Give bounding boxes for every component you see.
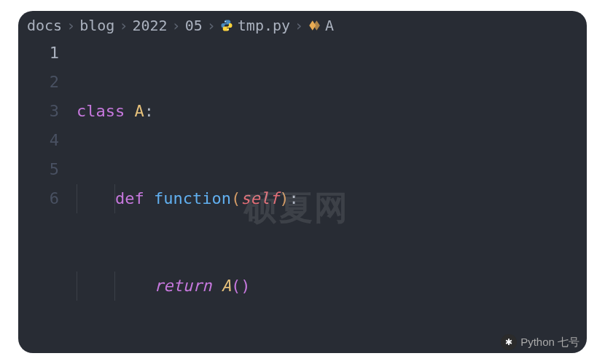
- breadcrumb[interactable]: docs › blog › 2022 › 05 › tmp.py › A: [18, 11, 587, 37]
- punct-token: :: [144, 102, 154, 120]
- line-number: 3: [18, 97, 59, 126]
- line-number-gutter: 1 2 3 4 5 6: [18, 39, 77, 353]
- code-line[interactable]: class A:: [77, 97, 587, 126]
- punct-token: :: [289, 189, 298, 207]
- breadcrumb-segment[interactable]: blog: [79, 17, 114, 34]
- keyword-token: class: [77, 102, 125, 120]
- class-name-token: A: [134, 102, 144, 120]
- paren-token: ): [279, 189, 289, 207]
- paren-token: ): [241, 277, 250, 295]
- function-name-token: function: [154, 189, 231, 207]
- code-line[interactable]: def function(self):: [77, 184, 587, 213]
- class-symbol-icon: [308, 17, 321, 34]
- chevron-right-icon: ›: [66, 17, 75, 34]
- param-token: self: [241, 189, 279, 207]
- chevron-right-icon: ›: [119, 17, 128, 34]
- line-number: 5: [18, 155, 59, 184]
- line-number: 4: [18, 126, 59, 155]
- python-file-icon: [220, 17, 233, 34]
- breadcrumb-segment[interactable]: 2022: [132, 17, 167, 34]
- paren-token: (: [231, 277, 241, 295]
- code-line[interactable]: return A(): [77, 272, 587, 301]
- class-name-token: A: [222, 277, 231, 295]
- editor-window: docs › blog › 2022 › 05 › tmp.py › A 1 2…: [18, 11, 587, 353]
- code-content[interactable]: class A: def function(self): return A() …: [77, 39, 587, 353]
- svg-point-1: [227, 29, 229, 31]
- line-number: 1: [18, 39, 59, 68]
- chevron-right-icon: ›: [294, 17, 303, 34]
- line-number: 2: [18, 68, 59, 97]
- wechat-icon: ✱: [501, 334, 517, 350]
- footer-text: Python 七号: [520, 336, 579, 349]
- paren-token: (: [231, 189, 241, 207]
- line-number: 6: [18, 184, 59, 213]
- breadcrumb-file[interactable]: tmp.py: [238, 17, 290, 34]
- footer-brand: ✱ Python 七号: [501, 334, 579, 350]
- code-editor[interactable]: 1 2 3 4 5 6 class A: def function(self):…: [18, 37, 587, 353]
- breadcrumb-symbol[interactable]: A: [325, 17, 334, 34]
- svg-point-0: [225, 21, 226, 23]
- chevron-right-icon: ›: [207, 17, 216, 34]
- breadcrumb-segment[interactable]: 05: [185, 17, 203, 34]
- chevron-right-icon: ›: [172, 17, 181, 34]
- breadcrumb-segment[interactable]: docs: [27, 17, 62, 34]
- keyword-token: return: [154, 277, 211, 295]
- keyword-token: def: [115, 189, 144, 207]
